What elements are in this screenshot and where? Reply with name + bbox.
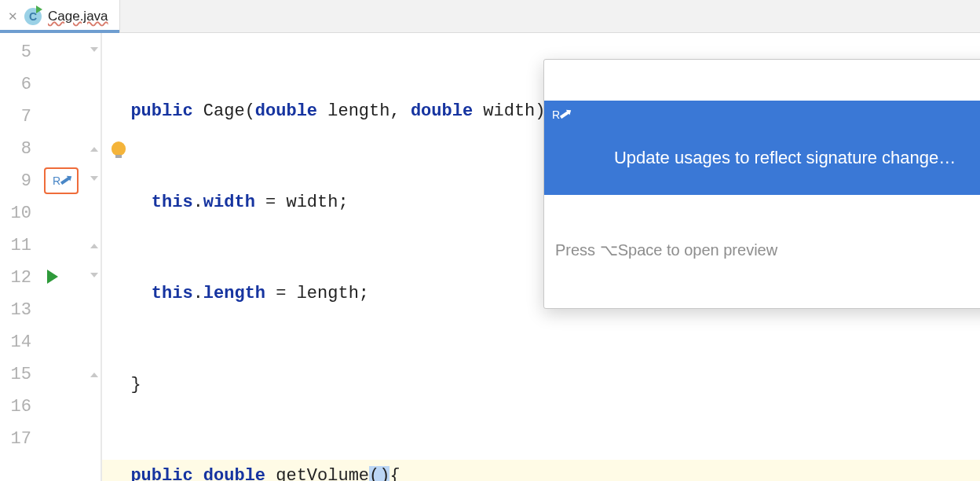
intention-popup: R Update usages to reflect signature cha… xyxy=(543,59,980,309)
line-number: 14 xyxy=(0,326,39,358)
tab-bar: ✕ C Cage.java xyxy=(0,0,980,33)
refactor-gutter-icon[interactable]: R xyxy=(44,167,79,194)
file-tab[interactable]: ✕ C Cage.java xyxy=(0,0,120,32)
line-number: 10 xyxy=(0,197,39,229)
line-number: 7 xyxy=(0,101,39,133)
code-area[interactable]: public Cage(double length, double width)… xyxy=(102,33,980,481)
selection: () xyxy=(369,466,389,481)
refactor-icon: R xyxy=(552,108,569,121)
fold-open-icon[interactable] xyxy=(88,273,99,284)
line-number: 13 xyxy=(0,294,39,326)
line-number: 17 xyxy=(0,423,39,455)
fold-open-icon[interactable] xyxy=(88,47,99,58)
run-icon[interactable] xyxy=(47,270,58,284)
line-number-gutter: 5 6 7 8 9 10 11 12 13 14 15 16 17 xyxy=(0,33,39,481)
editor[interactable]: 5 6 7 8 9 10 11 12 13 14 15 16 17 R publ… xyxy=(0,33,980,481)
intention-action[interactable]: R Update usages to reflect signature cha… xyxy=(544,101,980,195)
line-number: 6 xyxy=(0,68,39,101)
java-class-icon: C xyxy=(24,8,42,25)
line-number: 9 xyxy=(0,165,39,197)
line-number: 12 xyxy=(0,262,39,294)
close-icon[interactable]: ✕ xyxy=(8,9,18,24)
gutter: R xyxy=(39,33,102,481)
line-number: 15 xyxy=(0,358,39,391)
code-line-highlighted[interactable]: public double getVolume(){ xyxy=(102,460,980,481)
fold-close-icon[interactable] xyxy=(88,240,99,252)
line-number: 5 xyxy=(0,36,39,68)
line-number: 11 xyxy=(0,229,39,262)
fold-open-icon[interactable] xyxy=(88,176,99,187)
code-line[interactable]: } xyxy=(102,369,980,401)
line-number: 8 xyxy=(0,133,39,165)
intention-hint: Press ⌥Space to open preview xyxy=(544,236,980,267)
intention-action-label: Update usages to reflect signature chang… xyxy=(614,148,956,167)
file-tab-label: Cage.java xyxy=(48,9,108,24)
fold-close-icon[interactable] xyxy=(88,144,99,155)
fold-close-icon[interactable] xyxy=(88,369,99,380)
line-number: 16 xyxy=(0,391,39,423)
